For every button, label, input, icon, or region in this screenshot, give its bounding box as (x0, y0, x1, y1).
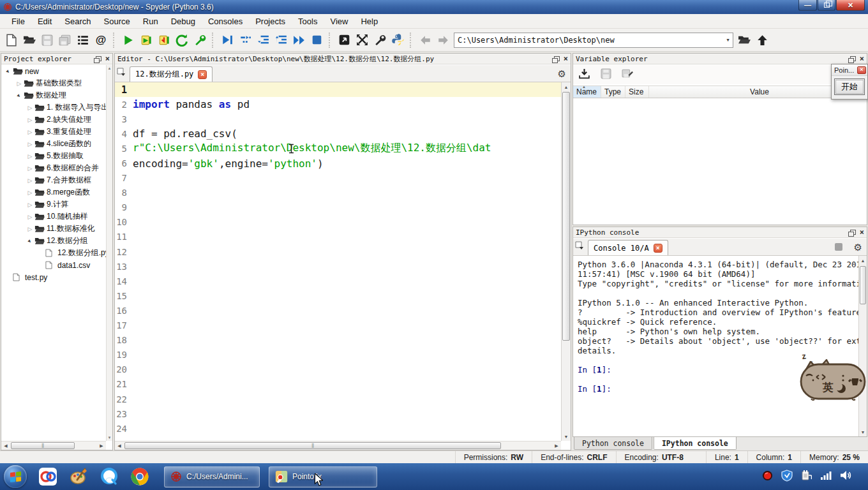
expander-icon[interactable]: ▷ (26, 214, 34, 220)
undock-pane-icon[interactable] (850, 56, 856, 61)
code-editor[interactable]: 12import pandas as pd34df = pd.read_csv(… (115, 82, 561, 441)
scrollbar-thumb[interactable] (562, 92, 570, 341)
chevron-down-icon[interactable]: ▼ (723, 33, 733, 47)
close-pane-icon[interactable]: × (105, 55, 110, 63)
code-line[interactable]: 4df = pd.read_csv( (115, 126, 561, 141)
pointofix-window[interactable]: Poin... × 开始 (831, 64, 868, 100)
tree-item[interactable]: ▸12.数据分组 (1, 235, 106, 247)
title-bar[interactable]: C:/Users/Administrator/Desktop/new - Spy… (0, 0, 868, 14)
code-line[interactable]: 24 (115, 421, 561, 436)
scroll-right-icon[interactable]: ▶ (97, 442, 106, 450)
code-line[interactable]: 10 (115, 215, 561, 230)
expander-icon[interactable]: ▷ (26, 226, 34, 232)
code-line[interactable]: 13 (115, 259, 561, 274)
close-icon[interactable]: × (857, 66, 866, 74)
netdisk-app-icon[interactable] (38, 466, 58, 487)
undock-pane-icon[interactable] (850, 230, 856, 235)
code-line[interactable]: 2import pandas as pd (115, 97, 561, 112)
taskbar-task-pointofix[interactable]: Pointofix (269, 466, 377, 487)
code-line[interactable]: 5r"C:\Users\Administrator\Desktop\new\数据… (115, 141, 561, 156)
scroll-right-icon[interactable]: ▶ (552, 442, 561, 450)
preferences-button[interactable] (371, 31, 389, 49)
expander-icon[interactable]: ▷ (26, 105, 34, 111)
expander-icon[interactable]: ▷ (26, 202, 34, 208)
expander-icon[interactable]: ▷ (15, 80, 24, 87)
code-line[interactable]: 23 (115, 406, 561, 421)
scroll-left-icon[interactable]: ◀ (115, 442, 124, 450)
scrollbar-thumb[interactable] (124, 442, 501, 449)
symbol-finder-button[interactable]: @ (92, 31, 110, 49)
menu-help[interactable]: Help (354, 15, 384, 28)
power-plug-tray-icon[interactable] (801, 470, 812, 484)
volume-tray-icon[interactable] (840, 470, 851, 483)
expander-icon[interactable]: ▷ (26, 165, 34, 172)
import-data-icon[interactable] (578, 68, 590, 82)
console-options-gear-icon[interactable]: ⚙ (854, 242, 867, 252)
scroll-down-icon[interactable]: ▼ (562, 432, 571, 441)
menu-view[interactable]: View (324, 15, 354, 28)
project-horizontal-scrollbar[interactable]: ◀ ▶ (1, 441, 106, 450)
restore-button[interactable] (818, 0, 835, 11)
menu-file[interactable]: File (5, 15, 31, 28)
code-line[interactable]: 9 (115, 200, 561, 215)
browse-tabs-icon[interactable] (575, 241, 585, 253)
run-cell-button[interactable] (137, 31, 155, 49)
code-line[interactable]: 14 (115, 274, 561, 288)
console-tab[interactable]: Console 10/A × (588, 240, 668, 255)
undock-pane-icon[interactable] (554, 56, 560, 61)
menu-tools[interactable]: Tools (292, 15, 324, 28)
scroll-down-icon[interactable]: ▼ (108, 436, 112, 440)
maximize-pane-button[interactable] (335, 31, 353, 49)
tree-item[interactable]: ▷5.数据抽取 (1, 150, 106, 162)
editor-options-gear-icon[interactable]: ⚙ (558, 69, 571, 78)
save-all-button[interactable] (56, 31, 74, 49)
tree-item[interactable]: ▷基础数据类型 (1, 77, 106, 89)
editor-vertical-scrollbar[interactable]: ▲ ▼ (561, 82, 571, 441)
tree-item[interactable]: ▷6.数据框的合并 (1, 162, 106, 174)
save-button[interactable] (38, 31, 56, 49)
tree-item[interactable]: ▸new (1, 65, 106, 77)
scrollbar-thumb[interactable] (11, 442, 75, 449)
step-into-button[interactable] (254, 31, 272, 49)
tree-item[interactable]: test.py (1, 271, 106, 283)
close-pane-icon[interactable]: × (564, 55, 568, 63)
tree-item[interactable]: ▷3.重复值处理 (1, 126, 106, 138)
back-button[interactable] (416, 31, 434, 49)
code-line[interactable]: 18 (115, 333, 561, 348)
step-return-button[interactable] (272, 31, 290, 49)
menu-debug[interactable]: Debug (165, 15, 202, 28)
tree-item[interactable]: ▷11.数据标准化 (1, 223, 106, 235)
editor-horizontal-scrollbar[interactable]: ◀ ▶ (115, 441, 561, 450)
code-line[interactable]: 8 (115, 186, 561, 200)
tab-python-console[interactable]: Python console (574, 437, 652, 450)
new-file-button[interactable] (3, 31, 20, 49)
expander-icon[interactable]: ▷ (26, 177, 34, 184)
column-header-name[interactable]: Name (573, 86, 601, 98)
expander-icon[interactable]: ▸ (3, 66, 14, 77)
expander-icon[interactable]: ▷ (26, 153, 34, 160)
run-button[interactable] (119, 31, 137, 49)
pointofix-start-button[interactable]: 开始 (834, 78, 865, 95)
expander-icon[interactable]: ▷ (26, 189, 34, 196)
expander-icon[interactable]: ▸ (25, 235, 36, 246)
run-current-line-button[interactable] (236, 31, 254, 49)
tree-item[interactable]: ▷9.计算 (1, 198, 106, 211)
column-header-size[interactable]: Size (625, 86, 649, 98)
menu-edit[interactable]: Edit (31, 15, 58, 28)
run-cell-advance-button[interactable] (155, 31, 173, 49)
scroll-up-icon[interactable]: ▲ (859, 256, 867, 265)
chrome-app-icon[interactable] (130, 466, 150, 487)
code-line[interactable]: 17 (115, 318, 561, 333)
menu-search[interactable]: Search (58, 15, 97, 28)
debug-file-button[interactable] (218, 31, 236, 49)
expander-icon[interactable]: ▸ (14, 90, 25, 101)
tree-item[interactable]: ▷8.merge函数 (1, 186, 106, 198)
save-data-as-icon[interactable] (622, 68, 634, 82)
close-tab-icon[interactable]: × (654, 244, 662, 253)
editor-tab[interactable]: 12.数据分组.py × (130, 66, 213, 82)
scroll-left-icon[interactable]: ◀ (1, 442, 10, 450)
network-signal-tray-icon[interactable] (820, 471, 832, 483)
taskbar-task-spyder[interactable]: C:/Users/Admini... (164, 466, 260, 487)
close-pane-icon[interactable]: × (860, 55, 864, 63)
expander-icon[interactable]: ▷ (26, 117, 34, 123)
